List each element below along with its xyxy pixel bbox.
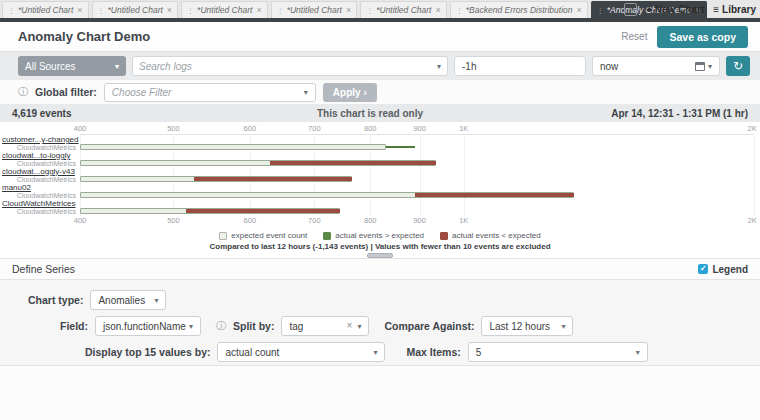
chart-legend: expected event countactual events > expe…	[0, 229, 760, 242]
close-icon[interactable]: ×	[256, 6, 261, 15]
field-row: Field: json.functionName ▾ ⓘ Split by: t…	[0, 313, 760, 339]
time-from-field[interactable]: -1h	[454, 56, 586, 76]
series-line: CloudwatchMetrics	[80, 192, 754, 199]
series-label-link[interactable]: manu02	[2, 184, 31, 192]
search-expand-icon[interactable]: ▾	[437, 62, 441, 71]
compare-against-label: Compare Against:	[384, 320, 474, 332]
refresh-button[interactable]: ↻	[726, 56, 750, 76]
display-by-select[interactable]: actual count ▾	[217, 342, 385, 362]
legend-toggle-label: Legend	[712, 264, 748, 275]
library-button[interactable]: ≡ Library	[713, 4, 756, 15]
chart-row: manu02CloudwatchMetrics	[80, 184, 754, 200]
tab[interactable]: ⋮*Untitled Chart×	[271, 1, 358, 18]
series-sublabel: CloudwatchMetrics	[8, 160, 76, 167]
gridline	[754, 136, 755, 216]
actual-deficit-bar[interactable]	[415, 193, 574, 197]
chart-row: CloudWatchMetricesCloudwatchMetrics	[80, 200, 754, 216]
axis-tick-label: 600	[244, 216, 257, 225]
search-input[interactable]	[139, 61, 437, 72]
define-series-header: Define Series ✓ Legend	[0, 258, 760, 280]
chevron-down-icon: ▾	[636, 348, 640, 357]
close-icon[interactable]: ×	[435, 6, 440, 15]
series-line: CloudwatchMetrics	[80, 176, 754, 183]
close-icon[interactable]: ×	[77, 6, 82, 15]
tab-info-button[interactable]: i	[624, 3, 637, 16]
events-count: 4,619 events	[12, 108, 182, 119]
actual-excess-bar[interactable]	[386, 146, 415, 148]
tab[interactable]: ⋮*Untitled Chart×	[92, 1, 179, 18]
series-label-link[interactable]: customer...y-changed	[2, 136, 78, 144]
clear-icon[interactable]: ×	[347, 321, 353, 331]
legend-toggle[interactable]: ✓ Legend	[698, 264, 748, 275]
search-toolbar: All Sources ▾ ▾ -1h now ▾ ↻	[0, 52, 760, 80]
define-series-panel: Chart type: Anomalies ▾ Field: json.func…	[0, 280, 760, 366]
split-by-value: tag	[289, 321, 303, 332]
series-sublabel: CloudwatchMetrics	[8, 176, 76, 183]
time-range: Apr 14, 12:31 - 1:31 PM (1 hr)	[558, 108, 748, 119]
save-as-copy-button[interactable]: Save as copy	[657, 26, 748, 48]
status-bar: 4,619 events This chart is read only Apr…	[0, 104, 760, 122]
axis-tick-label: 500	[167, 124, 180, 133]
chevron-down-icon: ▾	[304, 88, 308, 97]
compare-against-select[interactable]: Last 12 hours ▾	[481, 316, 573, 336]
date-picker-button[interactable]: ▾	[695, 62, 712, 71]
legend-item: actual events > expected	[323, 231, 424, 240]
global-filter-row: ⓘ Global filter: Choose Filter ▾ Apply ›	[0, 80, 760, 104]
axis-tick-label: 900	[413, 124, 426, 133]
compare-against-value: Last 12 hours	[489, 321, 550, 332]
legend-label: actual events > expected	[335, 231, 424, 240]
split-by-select[interactable]: tag × ▾	[281, 316, 369, 336]
axis-tick-label: 700	[308, 124, 321, 133]
time-to-field[interactable]: now ▾	[592, 56, 720, 76]
series-line: CloudwatchMetrics	[80, 144, 754, 151]
chevron-down-icon: ▾	[154, 296, 158, 305]
library-icon: ≡	[713, 4, 719, 15]
chevron-down-icon: ▾	[115, 62, 119, 71]
chevron-down-icon: ▾	[708, 62, 712, 71]
chart-type-select[interactable]: Anomalies ▾	[90, 290, 166, 310]
series-label-link[interactable]: cloudwat...oggly-v43	[2, 168, 75, 176]
tab[interactable]: ⋮*Untitled Chart×	[181, 1, 268, 18]
sources-label: All Sources	[25, 61, 76, 72]
global-filter-placeholder: Choose Filter	[112, 87, 171, 98]
series-label-link[interactable]: CloudWatchMetrices	[2, 200, 76, 208]
chart-type-value: Anomalies	[98, 295, 145, 306]
legend-label: expected event count	[231, 231, 307, 240]
chart-type-row: Chart type: Anomalies ▾	[0, 287, 760, 313]
sources-dropdown[interactable]: All Sources ▾	[18, 56, 126, 76]
chart-type-label: Chart type:	[28, 294, 83, 306]
legend-checkbox[interactable]: ✓	[698, 264, 708, 274]
actual-deficit-bar[interactable]	[194, 177, 352, 181]
footer-space	[0, 366, 760, 420]
reset-button[interactable]: Reset	[621, 31, 647, 42]
bar-track	[80, 208, 754, 215]
new-chart-button[interactable]: + New Chart	[646, 4, 704, 15]
field-select[interactable]: json.functionName ▾	[95, 316, 201, 336]
max-items-value: 5	[476, 347, 482, 358]
grip-icon: ⋮	[98, 7, 105, 14]
tab[interactable]: ⋮*Untitled Chart×	[2, 1, 89, 18]
tab[interactable]: ⋮*Untitled Chart×	[360, 1, 447, 18]
anomaly-chart: 4005006007008009001K2K customer...y-chan…	[0, 122, 760, 258]
apply-button[interactable]: Apply ›	[323, 83, 377, 102]
close-icon[interactable]: ×	[577, 6, 582, 15]
series-sublabel: CloudwatchMetrics	[8, 208, 76, 215]
axis-tick-label: 1K	[459, 124, 468, 133]
search-box: ▾	[132, 56, 448, 76]
actual-deficit-bar[interactable]	[186, 209, 341, 213]
tab[interactable]: ⋮*Backend Errors Distribution×	[450, 1, 588, 18]
expected-bar[interactable]	[80, 144, 386, 150]
grip-icon: ⋮	[277, 7, 284, 14]
series-line: CloudwatchMetrics	[80, 160, 754, 167]
grip-icon: ⋮	[456, 7, 463, 14]
info-circle-icon: ⓘ	[18, 85, 28, 99]
info-icon: i	[630, 5, 632, 14]
max-items-select[interactable]: 5 ▾	[468, 342, 648, 362]
readonly-note: This chart is read only	[182, 108, 558, 119]
actual-deficit-bar[interactable]	[270, 161, 435, 165]
global-filter-select[interactable]: Choose Filter ▾	[104, 83, 316, 102]
series-label-link[interactable]: cloudwat...to-loggly	[2, 152, 70, 160]
axis-tick-label: 2K	[748, 124, 757, 133]
close-icon[interactable]: ×	[167, 6, 172, 15]
close-icon[interactable]: ×	[346, 6, 351, 15]
